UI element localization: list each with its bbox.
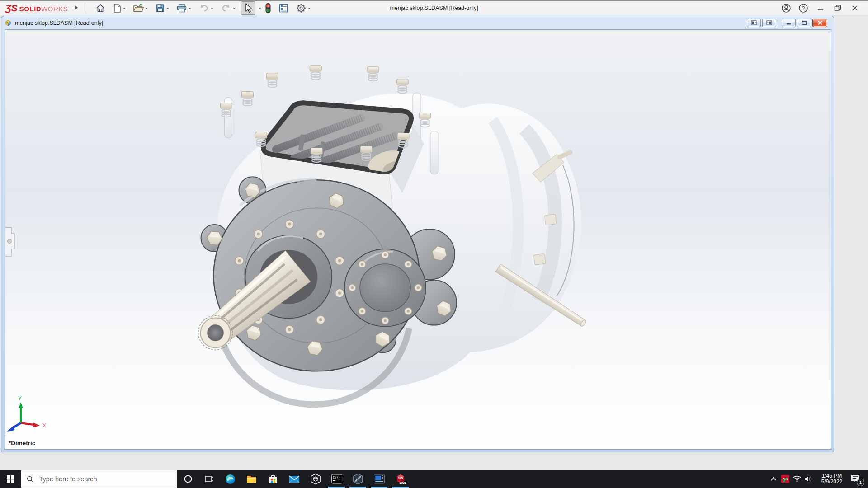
menu-expand-arrow-icon[interactable] [74, 5, 79, 11]
model-canvas[interactable]: Y X Z *Dimetric [5, 30, 831, 449]
selection-filter-button[interactable] [263, 2, 273, 14]
new-document-icon [113, 3, 122, 13]
save-button[interactable] [153, 2, 171, 14]
options-button[interactable] [294, 2, 312, 14]
dome-cover-flange[interactable] [344, 249, 426, 327]
pane-right-button[interactable] [762, 19, 776, 27]
windows-logo-icon [7, 475, 14, 483]
pane-left-button[interactable] [747, 19, 761, 27]
assembly-file-icon [4, 19, 12, 27]
view-orientation-label: *Dimetric [9, 440, 36, 446]
3d-viewer-icon [310, 473, 321, 485]
redo-icon [221, 4, 231, 13]
cortana-button[interactable] [177, 470, 198, 488]
system-tray: SW ✓ 1:46 PM 5/9/2022 [768, 470, 868, 488]
side-bolt-tab[interactable] [533, 253, 546, 265]
taskbar-app-3d-viewer[interactable] [305, 470, 326, 488]
store-icon [268, 474, 278, 485]
task-view-button[interactable] [198, 470, 220, 488]
file-explorer-icon [246, 474, 257, 485]
tray-clock[interactable]: 1:46 PM 5/9/2022 [817, 473, 846, 485]
solidworks-2021-icon: SW 2021 [394, 473, 406, 485]
task-view-icon [205, 474, 214, 483]
cortana-icon [184, 474, 193, 483]
search-icon [27, 475, 33, 483]
task-list-button[interactable] [277, 2, 290, 14]
side-bolt-tab[interactable] [544, 214, 557, 225]
print-dropdown[interactable] [189, 8, 191, 10]
triad-z-label: Z [5, 432, 5, 436]
taskbar-app-file-explorer[interactable] [241, 470, 262, 488]
doc-minimize-button[interactable] [782, 19, 796, 27]
document-titlebar[interactable]: menjac sklop.SLDASM [Read-only] [1, 16, 834, 29]
checklist-icon [278, 3, 288, 13]
open-folder-icon [133, 3, 144, 13]
undo-button[interactable] [197, 2, 215, 14]
speaker-icon [804, 475, 813, 483]
solidworks-logo-mark: ƷS [5, 3, 18, 14]
open-dropdown[interactable] [145, 8, 148, 10]
svg-text:C:\_: C:\_ [333, 476, 341, 479]
save-dropdown[interactable] [166, 8, 169, 10]
chevron-up-icon [770, 477, 777, 481]
gear-icon [296, 3, 307, 14]
notification-count-badge: 1 [857, 479, 864, 486]
open-button[interactable] [131, 2, 150, 14]
triad-x-label: X [42, 422, 46, 429]
select-cursor-icon [243, 3, 253, 14]
taskbar-app-remote-window[interactable] [368, 470, 390, 488]
taskbar-app-mail[interactable] [283, 470, 305, 488]
document-window: menjac sklop.SLDASM [Read-only] [1, 16, 834, 452]
start-button[interactable] [0, 470, 21, 488]
toolbar-separator [85, 3, 85, 14]
taskbar-app-edrawings[interactable] [347, 470, 368, 488]
restore-button[interactable] [832, 2, 844, 14]
featuremanager-collapsed-tab[interactable] [5, 227, 14, 256]
home-button[interactable] [94, 2, 107, 14]
taskbar-app-solidworks[interactable]: SW 2021 [390, 470, 411, 488]
taskbar-app-store[interactable] [262, 470, 283, 488]
new-document-dropdown[interactable] [123, 8, 126, 10]
redo-button[interactable] [219, 2, 237, 14]
windows-taskbar: C:\_ SW 2021 [0, 470, 868, 488]
select-tool-button[interactable] [241, 1, 255, 15]
solidworks-logo: ƷS SOLID WORKS [0, 3, 68, 14]
tray-solidworks-status[interactable]: SW ✓ [779, 475, 791, 483]
solidworks-tray-icon: SW ✓ [781, 475, 789, 483]
search-input[interactable] [38, 475, 171, 483]
new-document-button[interactable] [111, 2, 127, 14]
minimize-button[interactable] [815, 2, 826, 14]
undo-dropdown[interactable] [211, 8, 213, 10]
doc-close-icon [817, 20, 823, 25]
taskbar-app-command-prompt[interactable]: C:\_ [326, 470, 347, 488]
app-window-title: menjac sklop.SLDASM [Read-only] [390, 5, 478, 11]
taskbar-app-edge[interactable] [220, 470, 241, 488]
account-button[interactable] [780, 2, 792, 14]
print-button[interactable] [175, 2, 193, 14]
tray-network-button[interactable] [791, 475, 803, 483]
graphics-area[interactable]: Y X Z *Dimetric [5, 29, 831, 450]
home-icon [95, 3, 105, 13]
gearbox-assembly-model[interactable] [189, 66, 587, 404]
redo-dropdown[interactable] [233, 8, 236, 10]
account-icon [781, 3, 791, 13]
taskbar-search[interactable] [21, 470, 177, 488]
remote-window-icon [373, 474, 385, 484]
pane-right-icon [766, 20, 772, 25]
tray-volume-button[interactable] [803, 475, 815, 483]
action-center-button[interactable]: 1 [849, 473, 864, 485]
doc-close-button[interactable] [812, 19, 827, 27]
doc-restore-button[interactable] [797, 19, 811, 27]
undo-icon [198, 4, 209, 13]
tray-date: 5/9/2022 [817, 479, 846, 485]
options-dropdown[interactable] [308, 8, 311, 10]
close-button[interactable] [849, 2, 861, 14]
save-icon [155, 3, 165, 13]
orientation-triad[interactable]: Y X Z [5, 395, 46, 436]
svg-text:SW: SW [398, 476, 404, 480]
app-titlebar: ƷS SOLID WORKS [0, 0, 868, 15]
help-button[interactable]: ? [797, 2, 809, 14]
checkmark-icon: ✓ [782, 475, 788, 485]
select-tool-dropdown[interactable] [259, 8, 261, 10]
tray-chevron-button[interactable] [768, 477, 779, 481]
